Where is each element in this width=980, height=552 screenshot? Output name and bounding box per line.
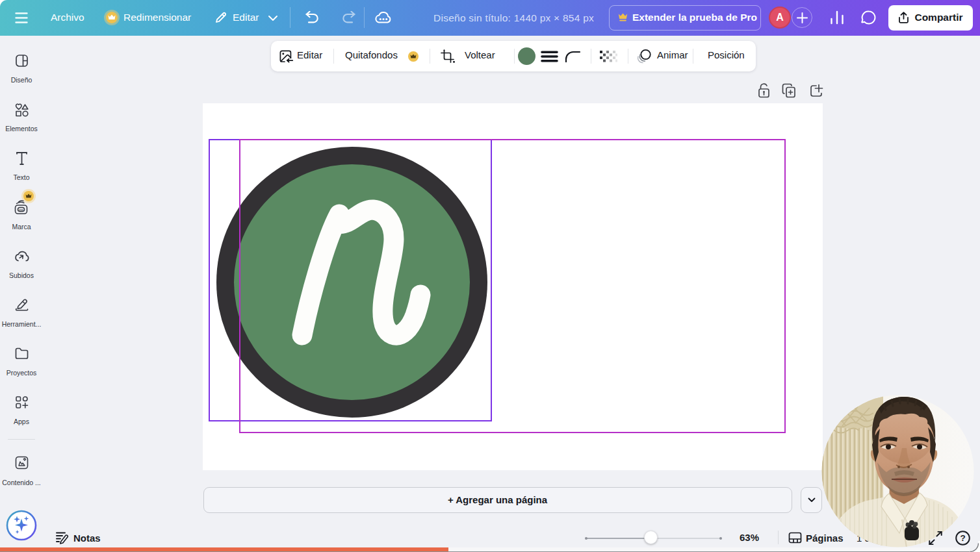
svg-text:co: co bbox=[19, 208, 23, 212]
